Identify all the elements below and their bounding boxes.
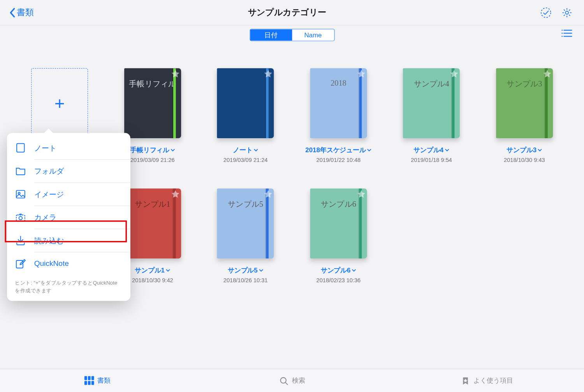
tab-label: 書類 (97, 376, 111, 385)
chevron-down-icon (538, 148, 542, 152)
image-icon (15, 188, 26, 200)
note-tile[interactable]: サンプル4 サンプル4 2019/01/18 9:54 (385, 56, 478, 163)
note-title[interactable]: サンプル4 (413, 146, 449, 154)
folder-icon (15, 165, 26, 177)
popover-item-label: ノート (34, 143, 56, 153)
svg-point-12 (19, 216, 23, 220)
tab-documents[interactable]: 書類 (0, 369, 195, 392)
note-title[interactable]: サンプル3 (507, 146, 542, 154)
note-title[interactable]: サンプル6 (321, 266, 356, 274)
popover-item-quicknote[interactable]: QuickNote (7, 252, 130, 275)
new-item-popover: ノート フォルダ イメージ カメラ 読み込む QuickNote ヒント: "+… (7, 133, 130, 301)
popover-item-label: カメラ (34, 213, 56, 223)
tab-bar: 書類 検索 よく使う項目 (0, 369, 584, 392)
select-button[interactable] (540, 7, 552, 18)
back-button[interactable]: 書類 (10, 7, 34, 18)
chevron-down-icon (367, 148, 371, 152)
note-date: 2018/10/30 9:43 (504, 156, 545, 163)
popover-item-camera[interactable]: カメラ (7, 206, 130, 229)
note-icon (15, 142, 26, 153)
svg-rect-8 (17, 144, 24, 152)
import-icon (15, 235, 26, 246)
chevron-down-icon (445, 148, 449, 152)
note-title[interactable]: サンプル5 (228, 266, 263, 274)
dotted-check-icon (540, 7, 552, 18)
star-icon (356, 190, 366, 199)
note-date: 2019/01/18 9:54 (411, 156, 452, 163)
note-title[interactable]: 手帳リフィル (130, 146, 175, 154)
chevron-down-icon (254, 148, 258, 152)
popover-item-import[interactable]: 読み込む (7, 229, 130, 252)
note-date: 2018/10/26 10:31 (223, 277, 268, 283)
search-icon (279, 376, 288, 386)
tab-label: 検索 (292, 376, 305, 385)
star-icon (171, 69, 180, 79)
segment-name[interactable]: Name (292, 29, 334, 40)
note-date: 2018/02/23 10:36 (317, 277, 361, 283)
star-icon (171, 190, 180, 199)
popover-item-note[interactable]: ノート (7, 137, 130, 159)
star-icon (356, 69, 366, 79)
svg-point-5 (561, 30, 563, 31)
svg-point-1 (565, 11, 568, 14)
star-icon (264, 190, 273, 199)
back-label: 書類 (17, 7, 34, 18)
chevron-down-icon (166, 268, 170, 272)
note-title[interactable]: サンプル1 (135, 266, 170, 274)
note-tile[interactable]: ノート 2019/03/09 21:24 (199, 56, 292, 163)
tab-search[interactable]: 検索 (195, 369, 389, 392)
star-icon (542, 69, 552, 79)
chevron-down-icon (259, 268, 263, 272)
chevron-down-icon (171, 148, 175, 152)
camera-icon (15, 212, 26, 223)
popover-item-label: フォルダ (34, 166, 64, 176)
svg-rect-9 (16, 190, 25, 198)
svg-point-0 (541, 8, 551, 18)
tab-label: よく使う項目 (473, 376, 513, 385)
compose-icon (15, 258, 26, 269)
plus-icon: + (31, 68, 88, 138)
note-tile[interactable]: 2018 2018年スケジュール 2019/01/22 10:48 (292, 56, 385, 163)
settings-button[interactable] (561, 7, 573, 18)
grid-icon (84, 376, 94, 386)
popover-item-folder[interactable]: フォルダ (7, 160, 130, 182)
chevron-left-icon (10, 7, 16, 18)
list-view-button[interactable] (561, 28, 573, 40)
popover-item-label: イメージ (34, 189, 64, 199)
popover-item-label: 読み込む (34, 236, 64, 246)
note-tile[interactable]: サンプル6 サンプル6 2018/02/23 10:36 (292, 176, 385, 283)
gear-icon (561, 7, 573, 18)
sort-segmented-control[interactable]: 日付 Name (250, 29, 334, 41)
note-date: 2018/10/30 9:42 (132, 277, 173, 283)
star-icon (449, 69, 459, 79)
popover-hint: ヒント: "+"をダブルタップするとQuickNoteを作成できます (7, 275, 130, 295)
note-title[interactable]: ノート (233, 146, 258, 154)
note-date: 2019/01/22 10:48 (317, 156, 361, 163)
list-icon (561, 28, 573, 38)
segment-date[interactable]: 日付 (250, 29, 292, 40)
tab-favorites[interactable]: よく使う項目 (389, 369, 584, 392)
note-date: 2019/03/09 21:26 (130, 156, 175, 163)
note-date: 2019/03/09 21:24 (223, 156, 268, 163)
note-tile[interactable]: サンプル5 サンプル5 2018/10/26 10:31 (199, 176, 292, 283)
popover-item-image[interactable]: イメージ (7, 183, 130, 206)
note-title[interactable]: 2018年スケジュール (305, 146, 371, 154)
note-tile[interactable]: サンプル3 サンプル3 2018/10/30 9:43 (478, 56, 571, 163)
star-icon (264, 69, 273, 79)
popover-item-label: QuickNote (34, 259, 69, 268)
svg-point-7 (561, 36, 563, 37)
bookmark-star-icon (461, 376, 470, 386)
chevron-down-icon (352, 268, 356, 272)
svg-rect-11 (16, 215, 25, 221)
svg-point-6 (561, 33, 563, 34)
page-title: サンプルカテゴリー (34, 7, 540, 18)
